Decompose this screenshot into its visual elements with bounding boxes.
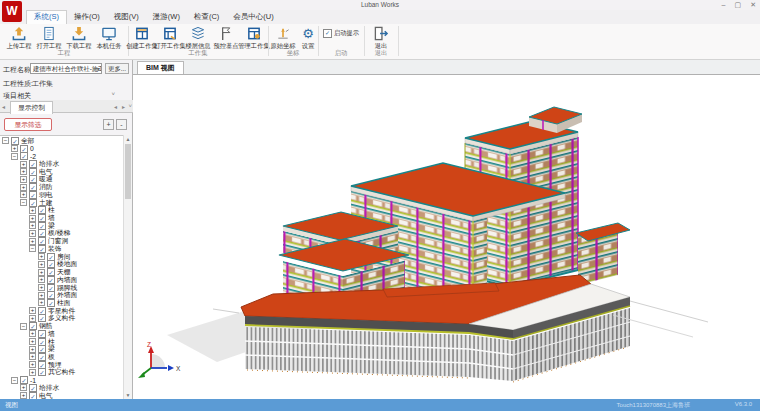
tree-expand-icon[interactable]: + — [29, 307, 36, 314]
tree-collapse-icon[interactable]: − — [11, 377, 18, 384]
tab-scroll-left-icon[interactable]: ◂ — [2, 103, 5, 110]
tree-expand-icon[interactable]: + — [20, 176, 27, 183]
tree-expand-icon[interactable]: + — [29, 222, 36, 229]
tree-expand-icon[interactable]: + — [20, 191, 27, 198]
tree-collapse-icon[interactable]: − — [20, 323, 27, 330]
local-tasks-button[interactable]: 本机任务 — [94, 24, 124, 51]
open-project-button[interactable]: 打开工程 — [34, 24, 64, 51]
tree-checkbox[interactable]: ✓ — [20, 376, 28, 384]
tree-expand-icon[interactable]: + — [29, 338, 36, 345]
tree-expand-icon[interactable]: + — [20, 384, 27, 391]
upload-project-button[interactable]: 上传工程 — [4, 24, 34, 51]
tree-node[interactable]: +✓0 — [0, 145, 124, 153]
scrollbar-thumb[interactable] — [125, 144, 131, 199]
tree-expand-icon[interactable]: + — [29, 353, 36, 360]
tree-node[interactable]: +✓柱 — [0, 338, 124, 346]
tree-collapse-icon[interactable]: − — [11, 153, 18, 160]
tree-checkbox[interactable]: ✓ — [11, 137, 19, 145]
startup-tip-checkbox[interactable]: ✓ 启动提示 — [318, 24, 364, 38]
tab-scroll-left2-icon[interactable]: ◂ — [114, 103, 117, 110]
tree-node[interactable]: +✓给排水 — [0, 384, 124, 392]
tree-collapse-icon[interactable]: − — [2, 137, 9, 144]
tree-node[interactable]: +✓墙 — [0, 214, 124, 222]
tree-node[interactable]: −✓-1 — [0, 376, 124, 384]
tree-expand-icon[interactable]: + — [29, 207, 36, 214]
tree-expand-icon[interactable]: + — [29, 346, 36, 353]
tree-node[interactable]: +✓其它构件 — [0, 369, 124, 377]
settings-button[interactable]: ⚙ 设置 — [298, 24, 318, 51]
tree-node[interactable]: +✓消防 — [0, 183, 124, 191]
collapse-all-button[interactable]: - — [116, 119, 127, 130]
tree-node[interactable]: −✓土建 — [0, 199, 124, 207]
tree-node[interactable]: −✓-2 — [0, 152, 124, 160]
tree-node[interactable]: +✓电气 — [0, 168, 124, 176]
scroll-up-icon[interactable]: ▲ — [124, 136, 132, 142]
tree-checkbox[interactable]: ✓ — [20, 152, 28, 160]
tree-expand-icon[interactable]: + — [38, 253, 45, 260]
tree-node[interactable]: +✓给排水 — [0, 160, 124, 168]
bim-3d-canvas[interactable]: Z X — [133, 74, 760, 399]
menu-roam[interactable]: 漫游(W) — [146, 10, 187, 24]
expand-all-button[interactable]: + — [103, 119, 114, 130]
open-workset-button[interactable]: 打开工作集 — [156, 24, 184, 51]
menu-system[interactable]: 系统(S) — [26, 10, 67, 24]
chevron-down-icon[interactable]: ˅ — [111, 91, 115, 97]
tree-scrollbar[interactable]: ▲ ▼ — [123, 135, 132, 399]
tree-expand-icon[interactable]: + — [29, 215, 36, 222]
origin-coordinate-button[interactable]: 原始坐标 — [268, 24, 298, 51]
tree-checkbox[interactable]: ✓ — [38, 368, 46, 376]
scroll-down-icon[interactable]: ▼ — [124, 392, 132, 398]
create-workset-button[interactable]: 创建工作集 — [128, 24, 156, 51]
tab-scroll-right-icon[interactable]: ▸ — [122, 103, 125, 110]
tree-checkbox[interactable]: ✓ — [29, 392, 37, 399]
tree-expand-icon[interactable]: + — [38, 299, 45, 306]
tree-node[interactable]: +✓电气 — [0, 392, 124, 399]
tab-more-icon[interactable]: ˅ — [128, 103, 132, 109]
tree-node[interactable]: +✓暖通 — [0, 176, 124, 184]
tree-expand-icon[interactable]: + — [38, 276, 45, 283]
floor-info-button[interactable]: 楼层信息 — [184, 24, 212, 51]
minimize-icon[interactable]: – — [722, 1, 726, 9]
manage-workset-button[interactable]: 管理工作集 — [240, 24, 268, 51]
tree-expand-icon[interactable]: + — [29, 238, 36, 245]
tree-node[interactable]: +✓门窗洞 — [0, 237, 124, 245]
tree-node[interactable]: +✓多义构件 — [0, 315, 124, 323]
tree-expand-icon[interactable]: + — [29, 369, 36, 376]
tree-node[interactable]: +✓墙 — [0, 330, 124, 338]
tree-expand-icon[interactable]: + — [20, 184, 27, 191]
tree-expand-icon[interactable]: + — [29, 330, 36, 337]
tree-checkbox[interactable]: ✓ — [29, 199, 37, 207]
tree-node[interactable]: +✓梁 — [0, 345, 124, 353]
project-name-dropdown[interactable]: 建德市村社合作联社-施工模型 ▾ — [30, 63, 102, 74]
menu-view[interactable]: 视图(V) — [107, 10, 146, 24]
tab-bim-view[interactable]: BIM 视图 — [137, 61, 184, 75]
close-icon[interactable]: ✕ — [750, 1, 756, 9]
menu-check[interactable]: 检查(C) — [187, 10, 226, 24]
tree-collapse-icon[interactable]: − — [29, 245, 36, 252]
tree-expand-icon[interactable]: + — [29, 230, 36, 237]
tree-expand-icon[interactable]: + — [38, 269, 45, 276]
base-point-button[interactable]: 预控基点 — [212, 24, 240, 51]
tree-expand-icon[interactable]: + — [11, 145, 18, 152]
tree-expand-icon[interactable]: + — [29, 361, 36, 368]
tree-expand-icon[interactable]: + — [38, 284, 45, 291]
exit-button[interactable]: 退出 — [366, 24, 396, 51]
tree-expand-icon[interactable]: + — [38, 292, 45, 299]
tree-expand-icon[interactable]: + — [29, 315, 36, 322]
tree-checkbox[interactable]: ✓ — [29, 322, 37, 330]
tree-node[interactable]: +✓弱电 — [0, 191, 124, 199]
tree-checkbox[interactable]: ✓ — [38, 245, 46, 253]
tree-collapse-icon[interactable]: − — [20, 199, 27, 206]
tree-node[interactable]: +✓板 — [0, 353, 124, 361]
tree-expand-icon[interactable]: + — [38, 261, 45, 268]
tree-node[interactable]: −✓钢筋 — [0, 322, 124, 330]
menu-operate[interactable]: 操作(O) — [67, 10, 107, 24]
tab-display-control[interactable]: 显示控制 — [10, 101, 53, 114]
tree-expand-icon[interactable]: + — [20, 392, 27, 399]
display-filter-button[interactable]: 显示筛选 — [4, 118, 52, 131]
maximize-icon[interactable]: ▢ — [735, 1, 742, 9]
tree-expand-icon[interactable]: + — [20, 161, 27, 168]
tree-node[interactable]: +✓柱 — [0, 206, 124, 214]
menu-member-center[interactable]: 会员中心(U) — [226, 10, 280, 24]
tree-node[interactable]: −✓全部 — [0, 137, 124, 145]
